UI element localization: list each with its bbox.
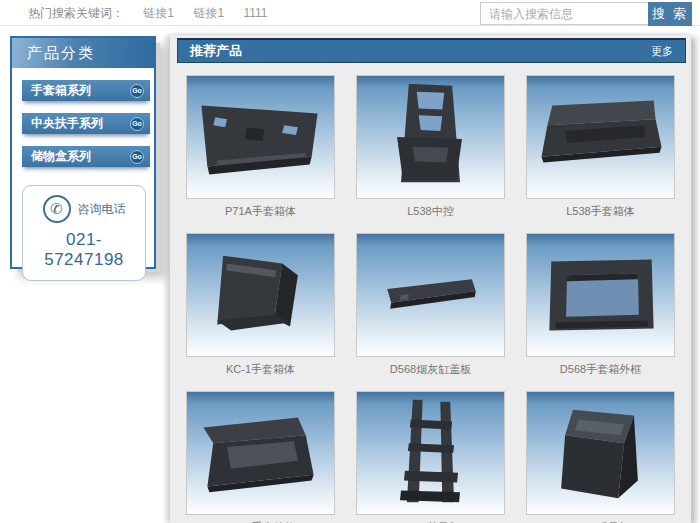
product-name[interactable]: L538手套箱体 [526, 204, 675, 219]
hot-search-keywords: 热门搜索关键词： 链接1 链接1 1111 [28, 0, 267, 26]
sidebar-title: 产品分类 [12, 38, 154, 68]
top-bar: 热门搜索关键词： 链接1 链接1 1111 搜 索 [0, 0, 700, 26]
rear-skeleton-illustration [527, 392, 674, 514]
go-icon: Go [130, 84, 144, 98]
more-link[interactable]: 更多 [651, 44, 673, 59]
product-photo[interactable] [526, 75, 675, 199]
recommended-products-header: 推荐产品 更多 [177, 38, 686, 63]
product-card: D568后骨架 [526, 391, 675, 523]
sidebar-item-storagebox-series[interactable]: 储物盒系列 Go [22, 146, 150, 167]
phone-icon: ✆ [43, 195, 71, 223]
center-console-illustration [357, 76, 504, 198]
product-card: L538手套箱体 [526, 75, 675, 233]
product-card: L538中控 [356, 75, 505, 233]
product-photo[interactable] [356, 75, 505, 199]
product-category-sidebar: 产品分类 手套箱系列 Go 中央扶手系列 Go 储物盒系列 Go ✆ 咨询电话 … [10, 36, 156, 269]
glovebox-tray-illustration [527, 76, 674, 198]
hotline-box: ✆ 咨询电话 021-57247198 [22, 185, 146, 281]
hot-link-1[interactable]: 链接1 [143, 6, 174, 20]
product-name[interactable]: L538中控 [356, 204, 505, 219]
product-photo[interactable] [526, 233, 675, 357]
sidebar-item-label: 储物盒系列 [31, 148, 91, 165]
glovebox-open-box-illustration [187, 392, 334, 514]
hotline-label: 咨询电话 [78, 201, 126, 218]
product-photo[interactable] [186, 75, 335, 199]
go-icon: Go [130, 117, 144, 131]
hot-link-2[interactable]: 链接1 [193, 6, 224, 20]
recommended-products-panel: 推荐产品 更多 P71A手套箱体 [170, 35, 691, 523]
search-bar: 搜 索 [480, 2, 692, 26]
glovebox-panel-illustration [187, 76, 334, 198]
ashtray-lid-illustration [357, 234, 504, 356]
product-card: D568前骨架 [356, 391, 505, 523]
product-photo-wrap: D568烟灰缸盖板 [356, 233, 505, 391]
product-photo[interactable] [526, 391, 675, 515]
front-skeleton-illustration [357, 392, 504, 514]
product-name[interactable]: KC-1手套箱体 [186, 362, 335, 377]
glovebox-body-illustration [187, 234, 334, 356]
sidebar-item-armrest-series[interactable]: 中央扶手系列 Go [22, 113, 150, 134]
product-name[interactable]: D568手套箱外框 [526, 362, 675, 377]
glovebox-frame-illustration [527, 234, 674, 356]
product-grid: P71A手套箱体 L538中控 [170, 63, 691, 523]
sidebar-item-label: 手套箱系列 [31, 82, 91, 99]
search-button[interactable]: 搜 索 [648, 2, 692, 26]
product-card: D568手套箱外框 [526, 233, 675, 391]
hot-search-label: 热门搜索关键词： [28, 6, 124, 20]
product-photo[interactable] [356, 391, 505, 515]
product-card: P71A手套箱体 [186, 75, 335, 233]
product-name[interactable]: P71A手套箱体 [186, 204, 335, 219]
product-photo[interactable] [186, 391, 335, 515]
product-card: D568手套箱体 [186, 391, 335, 523]
panel-title: 推荐产品 [190, 42, 242, 60]
hotline-number: 021-57247198 [27, 230, 141, 270]
go-icon: Go [130, 150, 144, 164]
product-card: KC-1手套箱体 [186, 233, 335, 391]
product-photo[interactable] [356, 233, 505, 357]
sidebar-item-label: 中央扶手系列 [31, 115, 103, 132]
product-photo[interactable] [186, 233, 335, 357]
search-input[interactable] [480, 2, 648, 25]
sidebar-item-glovebox-series[interactable]: 手套箱系列 Go [22, 80, 150, 101]
hot-link-3[interactable]: 1111 [243, 6, 267, 20]
product-name[interactable]: D568烟灰缸盖板 [356, 362, 505, 377]
